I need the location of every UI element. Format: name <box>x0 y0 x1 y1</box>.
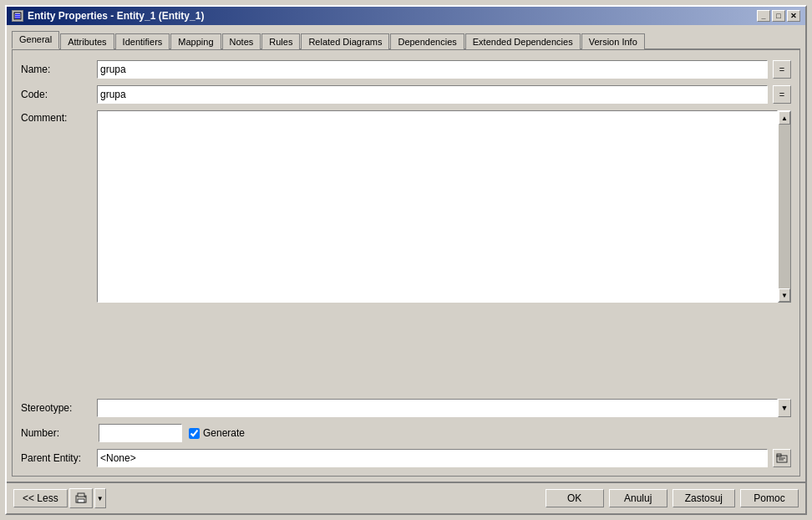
code-row: Code: = <box>21 85 791 104</box>
parent-entity-row: Parent Entity: <box>21 449 791 467</box>
window-icon <box>12 10 23 22</box>
tab-related-diagrams[interactable]: Related Diagrams <box>301 33 389 49</box>
tab-version-info[interactable]: Version Info <box>581 33 645 49</box>
comment-label: Comment: <box>21 110 92 124</box>
tab-mapping[interactable]: Mapping <box>170 33 221 49</box>
stereotype-row: Stereotype: ▼ <box>21 399 791 417</box>
name-row: Name: = <box>21 60 791 79</box>
bottom-left: << Less ▼ <box>13 488 106 508</box>
comment-scrollbar: ▲ ▼ <box>778 110 791 303</box>
print-button[interactable] <box>69 488 93 508</box>
comment-row: Comment: ▲ ▼ <box>21 110 791 392</box>
number-input[interactable] <box>99 424 182 442</box>
tab-attributes[interactable]: Attributes <box>60 33 114 49</box>
minimize-button[interactable]: _ <box>757 10 770 22</box>
name-input[interactable] <box>97 60 768 79</box>
main-window: Entity Properties - Entity_1 (Entity_1) … <box>5 5 807 515</box>
scrollbar-track <box>779 125 790 288</box>
title-bar: Entity Properties - Entity_1 (Entity_1) … <box>7 7 805 25</box>
print-dropdown-button[interactable]: ▼ <box>94 488 106 508</box>
scrollbar-up-button[interactable]: ▲ <box>779 111 790 125</box>
svg-rect-10 <box>78 499 84 502</box>
tabs-bar: General Attributes Identifiers Mapping N… <box>12 30 800 50</box>
bottom-right: OK Anuluj Zastosuj Pomoc <box>546 489 799 507</box>
title-bar-buttons: _ □ ✕ <box>757 10 800 22</box>
svg-rect-3 <box>15 18 20 18</box>
comment-textarea[interactable] <box>97 110 778 303</box>
generate-checkbox-label[interactable]: Generate <box>189 427 245 439</box>
tab-rules[interactable]: Rules <box>261 33 300 49</box>
generate-checkbox[interactable] <box>189 428 200 439</box>
scrollbar-down-button[interactable]: ▼ <box>779 288 790 302</box>
name-label: Name: <box>21 64 92 75</box>
stereotype-label: Stereotype: <box>21 402 92 414</box>
window-title: Entity Properties - Entity_1 (Entity_1) <box>28 10 204 22</box>
bottom-bar: << Less ▼ OK Anuluj Zastosuj Pomoc <box>7 482 805 513</box>
less-button[interactable]: << Less <box>13 489 68 507</box>
stereotype-combo-wrapper: ▼ <box>97 399 791 417</box>
svg-rect-11 <box>84 497 86 497</box>
stereotype-input[interactable] <box>97 399 778 417</box>
parent-entity-input[interactable] <box>97 449 768 467</box>
parent-entity-browse-button[interactable] <box>773 449 791 467</box>
help-button[interactable]: Pomoc <box>740 489 799 507</box>
code-label: Code: <box>21 89 92 100</box>
code-input[interactable] <box>97 85 768 104</box>
name-equals-button[interactable]: = <box>773 60 791 79</box>
ok-button[interactable]: OK <box>546 489 604 507</box>
tab-general[interactable]: General <box>12 31 59 49</box>
code-equals-button[interactable]: = <box>773 85 791 104</box>
tab-notes[interactable]: Notes <box>222 33 261 49</box>
tab-content-general: Name: = Code: = Comment: ▲ ▼ <box>12 50 800 477</box>
apply-button[interactable]: Zastosuj <box>672 489 735 507</box>
stereotype-dropdown-button[interactable]: ▼ <box>778 399 791 417</box>
tab-dependencies[interactable]: Dependencies <box>390 33 464 49</box>
number-label: Number: <box>21 427 92 439</box>
svg-rect-2 <box>15 16 20 17</box>
svg-rect-1 <box>15 14 20 15</box>
title-bar-left: Entity Properties - Entity_1 (Entity_1) <box>12 10 204 22</box>
close-button[interactable]: ✕ <box>787 10 800 22</box>
cancel-button[interactable]: Anuluj <box>609 489 667 507</box>
window-content: General Attributes Identifiers Mapping N… <box>7 25 805 482</box>
tab-extended-dependencies[interactable]: Extended Dependencies <box>465 33 581 49</box>
tab-identifiers[interactable]: Identifiers <box>115 33 170 49</box>
parent-entity-label: Parent Entity: <box>21 452 92 464</box>
maximize-button[interactable]: □ <box>772 10 785 22</box>
svg-rect-9 <box>78 493 84 497</box>
number-row: Number: Generate <box>21 424 791 442</box>
